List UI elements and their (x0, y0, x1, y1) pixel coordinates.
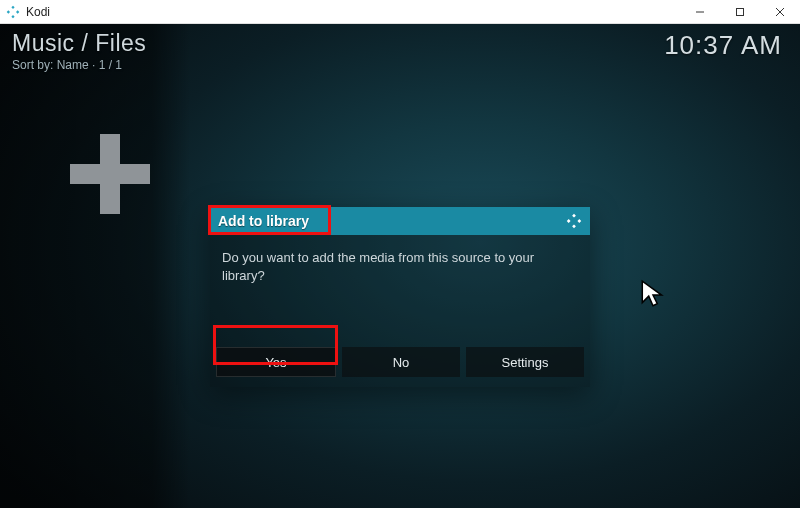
svg-rect-8 (572, 224, 576, 228)
mouse-cursor-icon (640, 279, 666, 313)
kodi-viewport: Music / Files Sort by: Name · 1 / 1 10:3… (0, 24, 800, 508)
left-shade (0, 24, 190, 508)
svg-rect-1 (7, 10, 10, 13)
add-to-library-dialog: Add to library Do you want to add the me… (210, 207, 590, 387)
window-minimize-button[interactable] (680, 0, 720, 24)
dialog-settings-button[interactable]: Settings (466, 347, 584, 377)
window-title: Kodi (26, 5, 50, 19)
dialog-message: Do you want to add the media from this s… (210, 235, 590, 347)
dialog-title: Add to library (218, 213, 309, 229)
breadcrumb: Music / Files (12, 30, 146, 57)
dialog-no-button[interactable]: No (342, 347, 460, 377)
svg-rect-0 (11, 5, 14, 8)
window-maximize-button[interactable] (720, 0, 760, 24)
svg-rect-4 (737, 8, 744, 15)
dialog-yes-button[interactable]: Yes (216, 347, 336, 377)
kodi-logo-icon (566, 213, 582, 229)
svg-rect-5 (572, 214, 576, 218)
add-source-tile[interactable] (60, 124, 160, 224)
plus-icon (70, 134, 150, 214)
window-close-button[interactable] (760, 0, 800, 24)
svg-rect-6 (567, 219, 571, 223)
dialog-header: Add to library (210, 207, 590, 235)
sort-indicator: Sort by: Name · 1 / 1 (12, 58, 146, 72)
kodi-app-icon (6, 5, 20, 19)
window-titlebar: Kodi (0, 0, 800, 24)
svg-rect-3 (11, 15, 14, 18)
dialog-actions: Yes No Settings (210, 347, 590, 387)
svg-rect-2 (16, 10, 19, 13)
clock: 10:37 AM (664, 30, 782, 61)
svg-rect-7 (577, 219, 581, 223)
breadcrumb-block: Music / Files Sort by: Name · 1 / 1 (12, 30, 146, 72)
